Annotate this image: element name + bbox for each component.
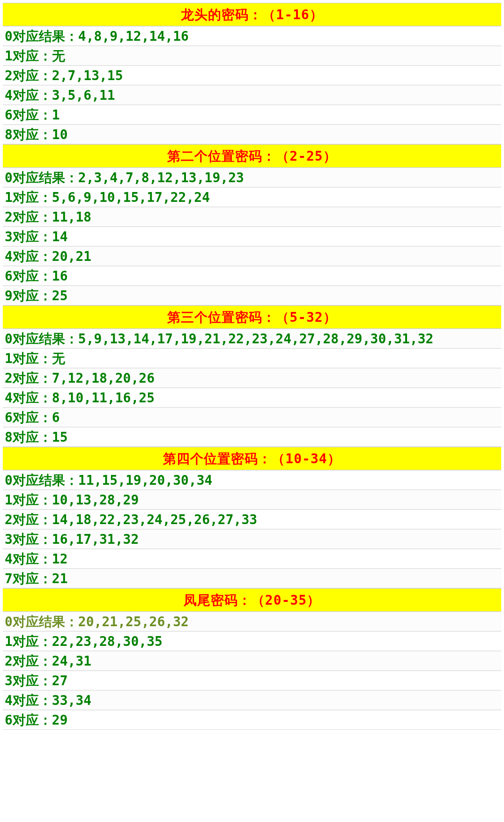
data-row: 3对应：14 [3, 227, 501, 246]
data-row: 0对应结果：20,21,25,26,32 [3, 612, 501, 631]
section-header: 龙头的密码：（1-16） [3, 3, 501, 26]
data-row: 6对应：29 [3, 710, 501, 730]
data-row: 0对应结果：4,8,9,12,14,16 [3, 26, 501, 46]
data-row: 4对应：8,10,11,16,25 [3, 388, 501, 407]
data-row: 1对应：5,6,9,10,15,17,22,24 [3, 187, 501, 207]
data-row: 3对应：16,17,31,32 [3, 529, 501, 549]
table-container: 龙头的密码：（1-16）0对应结果：4,8,9,12,14,161对应：无2对应… [0, 0, 504, 733]
data-row: 1对应：22,23,28,30,35 [3, 631, 501, 651]
data-row: 9对应：25 [3, 286, 501, 305]
data-row: 6对应：16 [3, 266, 501, 286]
data-row: 2对应：7,12,18,20,26 [3, 368, 501, 388]
data-row: 1对应：无 [3, 46, 501, 66]
data-row: 2对应：11,18 [3, 207, 501, 227]
section-header: 第三个位置密码：（5-32） [3, 305, 501, 329]
data-row: 1对应：10,13,28,29 [3, 490, 501, 510]
data-row: 8对应：15 [3, 427, 501, 447]
data-row: 0对应结果：11,15,19,20,30,34 [3, 470, 501, 490]
data-row: 7对应：21 [3, 569, 501, 588]
data-row: 1对应：无 [3, 348, 501, 368]
data-row: 2对应：14,18,22,23,24,25,26,27,33 [3, 510, 501, 529]
data-row: 4对应：33,34 [3, 690, 501, 710]
data-row: 4对应：12 [3, 549, 501, 569]
data-row: 0对应结果：2,3,4,7,8,12,13,19,23 [3, 168, 501, 187]
section-header: 第四个位置密码：（10-34） [3, 447, 501, 470]
data-row: 3对应：27 [3, 671, 501, 690]
data-row: 4对应：3,5,6,11 [3, 85, 501, 105]
data-row: 0对应结果：5,9,13,14,17,19,21,22,23,24,27,28,… [3, 329, 501, 348]
data-row: 6对应：6 [3, 407, 501, 427]
section-header: 第二个位置密码：（2-25） [3, 144, 501, 168]
data-row: 6对应：1 [3, 105, 501, 125]
data-row: 2对应：2,7,13,15 [3, 66, 501, 85]
data-row: 2对应：24,31 [3, 651, 501, 671]
section-header: 凤尾密码：（20-35） [3, 588, 501, 612]
data-row: 4对应：20,21 [3, 246, 501, 266]
data-row: 8对应：10 [3, 125, 501, 144]
